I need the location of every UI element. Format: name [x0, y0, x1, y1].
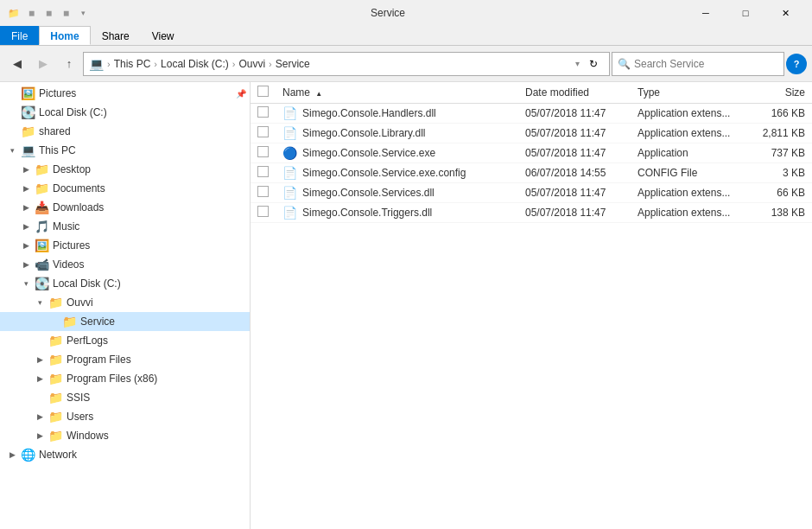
up-button[interactable]: ↑: [57, 52, 81, 76]
select-all-checkbox[interactable]: [257, 86, 269, 97]
table-row[interactable]: 📄 Simego.Console.Triggers.dll 05/07/2018…: [251, 203, 812, 223]
forward-button[interactable]: ▶: [31, 52, 55, 76]
col-size[interactable]: Size: [743, 82, 812, 104]
file-icon: 📄: [282, 166, 297, 180]
col-checkbox[interactable]: [251, 82, 276, 104]
customize-quick-access[interactable]: ▾: [76, 6, 90, 20]
sidebar-item-local-disk-c[interactable]: ▾ 💽 Local Disk (C:): [0, 274, 250, 293]
table-row[interactable]: 📄 Simego.Console.Service.exe.config 06/0…: [251, 163, 812, 183]
sidebar-item-users[interactable]: ▶ 📁 Users: [0, 407, 250, 426]
row-checkbox-cell: [251, 183, 276, 203]
quick-access-icon1: ◼: [24, 6, 38, 20]
tab-view[interactable]: View: [141, 26, 186, 45]
address-crumb-local-disk[interactable]: Local Disk (C:): [161, 58, 229, 70]
sidebar-item-videos[interactable]: ▶ 📹 Videos: [0, 255, 250, 274]
row-size-cell: 3 KB: [743, 163, 812, 183]
sidebar-item-shared[interactable]: 📁 shared: [0, 122, 250, 141]
perflogs-icon: 📁: [48, 334, 63, 347]
network-expand-icon[interactable]: ▶: [7, 449, 17, 460]
desktop-expand-icon[interactable]: ▶: [21, 164, 31, 175]
program-files-expand-icon[interactable]: ▶: [35, 354, 45, 365]
row-checkbox[interactable]: [257, 106, 269, 118]
sidebar-item-ouvvi[interactable]: ▾ 📁 Ouvvi: [0, 293, 250, 312]
sidebar-item-music[interactable]: ▶ 🎵 Music: [0, 217, 250, 236]
app-icon: 📁: [7, 6, 21, 20]
sidebar-label-this-pc: This PC: [39, 144, 76, 156]
expand-icon: [7, 107, 17, 118]
videos-expand-icon[interactable]: ▶: [21, 259, 31, 270]
help-button[interactable]: ?: [786, 54, 807, 74]
sidebar-item-network[interactable]: ▶ 🌐 Network: [0, 445, 250, 464]
refresh-button[interactable]: ↻: [583, 54, 604, 74]
col-name[interactable]: Name ▲: [276, 82, 518, 104]
sidebar-item-perflogs[interactable]: 📁 PerfLogs: [0, 331, 250, 350]
row-checkbox[interactable]: [257, 146, 269, 157]
downloads-icon: 📥: [35, 201, 49, 214]
address-crumb-this-pc[interactable]: This PC: [114, 58, 151, 70]
sidebar-item-ssis[interactable]: 📁 SSIS: [0, 388, 250, 407]
row-checkbox[interactable]: [257, 206, 269, 217]
search-input[interactable]: [634, 58, 778, 70]
table-row[interactable]: 📄 Simego.Console.Services.dll 05/07/2018…: [251, 183, 812, 203]
sidebar-item-pictures-quick[interactable]: 🖼️ Pictures 📌: [0, 84, 250, 103]
this-pc-icon: 💻: [21, 143, 35, 157]
local-disk-expand-icon[interactable]: ▾: [21, 278, 31, 289]
this-pc-expand-icon[interactable]: ▾: [7, 145, 17, 156]
sort-icon: ▲: [315, 90, 322, 98]
file-icon: 📄: [282, 206, 297, 220]
row-date-cell: 05/07/2018 11:47: [518, 104, 631, 124]
pictures-expand-icon[interactable]: ▶: [21, 240, 31, 251]
service-expand-icon: [48, 316, 59, 327]
search-bar[interactable]: 🔍: [612, 52, 784, 76]
music-expand-icon[interactable]: ▶: [21, 221, 31, 232]
address-expand-icon[interactable]: ▾: [575, 59, 580, 68]
col-type[interactable]: Type: [631, 82, 743, 104]
row-size-cell: 737 KB: [743, 143, 812, 163]
sidebar-item-service[interactable]: 📁 Service: [0, 312, 250, 331]
row-checkbox[interactable]: [257, 126, 269, 137]
file-name: Simego.Console.Triggers.dll: [302, 207, 432, 219]
tab-home[interactable]: Home: [39, 26, 90, 45]
close-button[interactable]: ✕: [765, 0, 805, 26]
table-row[interactable]: 🔵 Simego.Console.Service.exe 05/07/2018 …: [251, 143, 812, 163]
minimize-button[interactable]: ─: [686, 0, 726, 26]
maximize-button[interactable]: □: [726, 0, 765, 26]
windows-icon: 📁: [48, 429, 63, 443]
back-button[interactable]: ◀: [5, 52, 29, 76]
pin-icon: 📌: [236, 89, 246, 99]
perflogs-expand-icon: [35, 335, 45, 346]
sidebar-label-shared: shared: [39, 125, 71, 137]
table-row[interactable]: 📄 Simego.Console.Library.dll 05/07/2018 …: [251, 124, 812, 143]
sidebar-item-this-pc[interactable]: ▾ 💻 This PC: [0, 141, 250, 160]
row-checkbox[interactable]: [257, 166, 269, 177]
ouvvi-expand-icon[interactable]: ▾: [35, 297, 45, 308]
address-crumb-ouvvi[interactable]: Ouvvi: [238, 58, 265, 70]
downloads-expand-icon[interactable]: ▶: [21, 202, 31, 213]
row-checkbox[interactable]: [257, 186, 269, 197]
sidebar-item-desktop[interactable]: ▶ 📁 Desktop: [0, 160, 250, 179]
sidebar-item-program-files[interactable]: ▶ 📁 Program Files: [0, 350, 250, 369]
table-row[interactable]: 📄 Simego.Console.Handlers.dll 05/07/2018…: [251, 104, 812, 124]
sidebar-label-program-files: Program Files: [67, 354, 131, 366]
address-crumb-service[interactable]: Service: [276, 58, 310, 70]
shared-icon: 📁: [21, 124, 35, 138]
tab-file[interactable]: File: [0, 26, 39, 45]
documents-expand-icon[interactable]: ▶: [21, 183, 31, 194]
sidebar-item-windows[interactable]: ▶ 📁 Windows: [0, 426, 250, 445]
sidebar-item-program-files-x86[interactable]: ▶ 📁 Program Files (x86): [0, 369, 250, 388]
row-name-cell: 📄 Simego.Console.Triggers.dll: [276, 203, 518, 223]
col-date[interactable]: Date modified: [518, 82, 631, 104]
sidebar-item-downloads[interactable]: ▶ 📥 Downloads: [0, 198, 250, 217]
windows-expand-icon[interactable]: ▶: [35, 430, 45, 441]
sidebar-item-pictures[interactable]: ▶ 🖼️ Pictures: [0, 236, 250, 255]
sidebar-item-documents[interactable]: ▶ 📁 Documents: [0, 179, 250, 198]
tab-share[interactable]: Share: [91, 26, 141, 45]
sidebar-item-local-disk-quick[interactable]: 💽 Local Disk (C:): [0, 103, 250, 122]
sidebar-label-pictures: Pictures: [53, 239, 90, 252]
users-expand-icon[interactable]: ▶: [35, 411, 45, 422]
service-icon: 📁: [62, 315, 77, 328]
local-disk-c-icon: 💽: [35, 277, 49, 290]
file-name: Simego.Console.Service.exe: [302, 147, 435, 159]
program-files-x86-expand-icon[interactable]: ▶: [35, 373, 45, 384]
address-bar[interactable]: 💻 › This PC › Local Disk (C:) › Ouvvi › …: [83, 52, 610, 76]
